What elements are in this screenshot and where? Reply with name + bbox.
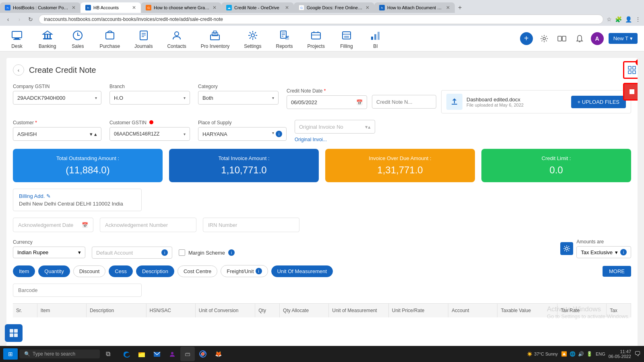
- svg-rect-37: [452, 104, 457, 105]
- reports-icon: [277, 28, 292, 43]
- col-toggle-cost-centre[interactable]: Cost Centre: [178, 265, 217, 277]
- bookmark-icon[interactable]: ☆: [607, 16, 612, 23]
- browser-tab-6[interactable]: h How to Attach Document wi... ✕: [374, 2, 455, 13]
- billing-address-link[interactable]: Billing Add. ✎: [19, 193, 136, 199]
- back-nav-button[interactable]: ‹: [3, 14, 13, 24]
- taskbar-app-chrome[interactable]: [196, 347, 210, 358]
- credit-note-date-input[interactable]: 06/05/2022 📅: [287, 95, 367, 109]
- nav-item-reports[interactable]: Reports: [273, 27, 296, 51]
- browser-tab-1[interactable]: h HostBooks : Customer Portal ✕: [0, 2, 80, 13]
- taskbar-system-icons[interactable]: 🔼 🌐 🔊 🔋: [561, 351, 592, 357]
- nav-item-bi[interactable]: BI: [365, 27, 386, 51]
- credit-note-number-input[interactable]: [372, 95, 436, 109]
- company-gstin-select[interactable]: 29AADCK7940H000 ▾: [13, 91, 101, 105]
- customer-gstin-select[interactable]: 06AADCM5146R1ZZ ▾: [109, 127, 190, 141]
- place-of-supply-select[interactable]: HARYANA ▾ i: [198, 127, 287, 141]
- tab-close-5[interactable]: ✕: [365, 5, 369, 10]
- default-account-input[interactable]: Default Account i: [92, 247, 172, 259]
- browser-tab-3[interactable]: G How to choose where Gramm... ✕: [141, 2, 221, 13]
- col-toggle-freight-unit[interactable]: Freight/Unit i: [221, 265, 268, 277]
- nav-item-settings[interactable]: Settings: [241, 27, 264, 51]
- default-account-info[interactable]: i: [161, 249, 168, 256]
- task-view-button[interactable]: ⧉: [101, 348, 114, 358]
- taskbar-app-explorer[interactable]: [134, 347, 149, 358]
- tab-favicon-3: G: [146, 5, 151, 10]
- more-options-icon[interactable]: ⋮: [635, 16, 641, 23]
- col-toggle-discount[interactable]: Discount: [73, 265, 106, 277]
- amounts-info[interactable]: i: [620, 249, 627, 255]
- amounts-select[interactable]: Tax Exclusive ▾ i: [576, 246, 631, 258]
- acknowledgement-number-input[interactable]: Acknowledgement Number: [100, 218, 196, 232]
- floating-icon-2[interactable]: ⏹: [623, 83, 638, 101]
- more-button[interactable]: MORE: [603, 266, 631, 277]
- svg-rect-44: [138, 353, 145, 357]
- nav-item-purchase[interactable]: Purchase: [96, 27, 123, 51]
- nav-item-sales[interactable]: Sales: [67, 27, 88, 51]
- nav-item-projects[interactable]: Projects: [304, 27, 328, 51]
- add-button[interactable]: +: [520, 32, 533, 45]
- taskbar-start-button[interactable]: ⊞: [3, 348, 18, 358]
- nav-item-pro-inventory[interactable]: Pro Inventory: [198, 27, 233, 51]
- irn-number-input[interactable]: IRN Number: [203, 218, 299, 232]
- place-of-supply-info[interactable]: i: [276, 131, 282, 137]
- svg-rect-2: [13, 39, 21, 40]
- nav-item-banking[interactable]: Banking: [35, 27, 59, 51]
- extension-icon[interactable]: 🧩: [615, 16, 622, 23]
- branch-select[interactable]: H.O ▾: [109, 91, 190, 105]
- margin-scheme-info[interactable]: i: [228, 249, 235, 256]
- col-toggle-item[interactable]: Item: [13, 265, 35, 277]
- nav-item-journals[interactable]: Journals: [131, 27, 156, 51]
- back-button[interactable]: ‹: [13, 64, 24, 76]
- original-invoice-input[interactable]: Original Invoice No ▾▴: [295, 120, 375, 134]
- address-bar[interactable]: inaccounts.hostbooks.com/accounts-books/…: [39, 14, 603, 24]
- floating-icon-1[interactable]: 1: [623, 61, 638, 79]
- freight-info-icon[interactable]: i: [256, 268, 262, 274]
- taskbar-app-extra[interactable]: 🗃: [180, 347, 195, 358]
- nav-item-desk[interactable]: Desk: [6, 27, 27, 51]
- reload-button[interactable]: ↻: [26, 14, 35, 24]
- barcode-input[interactable]: [13, 284, 142, 297]
- taskbar-app-edge[interactable]: [119, 347, 134, 358]
- svg-rect-42: [633, 71, 636, 74]
- acknowledgement-date-input[interactable]: Acknowledgement Date 📅: [13, 218, 93, 232]
- notification-icon[interactable]: [573, 32, 586, 45]
- col-toggle-cess[interactable]: Cess: [109, 265, 133, 277]
- col-toggle-description[interactable]: Description: [136, 265, 174, 277]
- tab-close-2[interactable]: ✕: [132, 5, 136, 10]
- taskbar-notification-center[interactable]: 🗨: [634, 350, 641, 358]
- taskbar-search-box[interactable]: 🔍 Type here to search: [19, 350, 100, 358]
- col-toggle-quantity[interactable]: Quantity: [38, 265, 70, 277]
- upload-files-button[interactable]: + UPLOAD FILES: [571, 96, 626, 108]
- forward-nav-button[interactable]: ›: [14, 14, 24, 24]
- taskbar-app-extra2[interactable]: 🦊: [211, 347, 225, 358]
- new-tab-button[interactable]: +: [455, 2, 465, 13]
- browser-tab-4[interactable]: ☁ Credit Note - OneDrive ✕: [221, 2, 294, 13]
- upload-icon[interactable]: [446, 94, 462, 110]
- original-invoice-link[interactable]: Original Invoi...: [295, 137, 375, 142]
- nav-item-contacts[interactable]: Contacts: [164, 27, 189, 51]
- profile-icon[interactable]: 👤: [625, 16, 632, 23]
- user-avatar[interactable]: A: [591, 32, 604, 45]
- taskbar-app-teams[interactable]: [165, 347, 180, 358]
- taskbar-app-mail[interactable]: [150, 347, 164, 358]
- new-t-button[interactable]: New T ▾: [609, 33, 638, 44]
- tab-close-4[interactable]: ✕: [285, 5, 289, 10]
- currency-select[interactable]: Indian Rupee ▾: [13, 247, 85, 258]
- settings-header-icon[interactable]: [538, 32, 551, 45]
- svg-point-50: [202, 353, 204, 355]
- margin-scheme-checkbox[interactable]: [179, 249, 185, 256]
- grid-icon-button[interactable]: [5, 324, 23, 342]
- browser-tab-5[interactable]: G Google Docs: Free Online Do... ✕: [294, 2, 374, 13]
- tab-close-6[interactable]: ✕: [446, 5, 450, 10]
- tab-close-1[interactable]: ✕: [72, 5, 76, 10]
- browser-tab-2[interactable]: h HB Accounts ✕: [80, 2, 141, 13]
- page-title: Create Credit Note: [29, 66, 96, 75]
- customer-select[interactable]: ASHISH ▾ ▴: [13, 127, 101, 141]
- account-switcher-icon[interactable]: [555, 32, 568, 45]
- nav-item-filling[interactable]: Filling: [336, 27, 357, 51]
- col-toggle-unit-of-measurement[interactable]: Unit Of Measurement: [271, 265, 333, 277]
- settings-gear-button[interactable]: [560, 242, 573, 255]
- category-select[interactable]: Both ▾: [198, 91, 279, 105]
- taskbar-weather[interactable]: ☀️ 37°C Sunny: [527, 352, 558, 357]
- tab-close-3[interactable]: ✕: [213, 5, 217, 10]
